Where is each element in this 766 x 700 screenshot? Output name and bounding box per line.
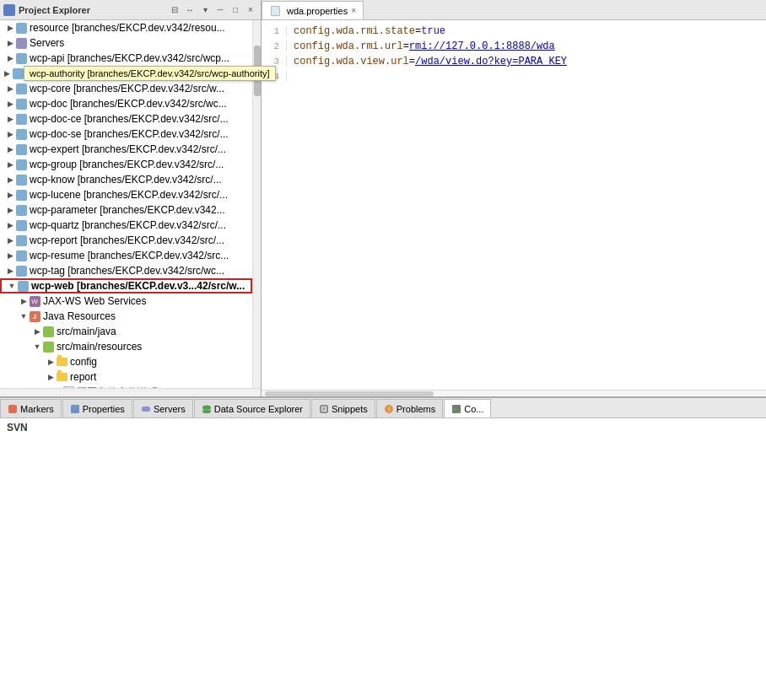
- toggle-wcp-web[interactable]: ▼: [7, 281, 17, 291]
- tab-snippets[interactable]: Snippets: [311, 399, 375, 417]
- editor-horizontal-scrollbar[interactable]: [262, 390, 766, 396]
- icon-wcp-expert: [15, 143, 27, 155]
- toggle-report[interactable]: ▶: [46, 372, 56, 382]
- tree-item-wcp-web[interactable]: ▼ wcp-web [branches/EKCP.dev.v3...42/src…: [0, 278, 252, 293]
- toggle-wcp-report[interactable]: ▶: [5, 235, 15, 245]
- icon-wcp-core: [15, 83, 27, 94]
- tree-item-wcp-doc-ce[interactable]: ▶ wcp-doc-ce [branches/EKCP.dev.v342/src…: [0, 111, 252, 127]
- tree-item-src-main-java[interactable]: ▶ src/main/java: [0, 324, 252, 339]
- close-panel-button[interactable]: ×: [244, 3, 257, 17]
- panel-title-label: Project Explorer: [19, 5, 90, 15]
- collapse-all-button[interactable]: ⊟: [168, 3, 181, 17]
- top-area: Project Explorer ⊟ ↔ ▾ ─ □ × ▶: [0, 0, 766, 396]
- bottom-tabs: Markers Properties Servers: [0, 398, 766, 418]
- tab-data-source[interactable]: Data Source Explorer: [194, 399, 310, 417]
- toggle-config[interactable]: ▶: [46, 357, 56, 367]
- icon-jax-ws: W: [29, 295, 40, 307]
- editor-scrollbar-thumb[interactable]: [265, 391, 434, 396]
- icon-wcp-know: [15, 174, 27, 186]
- tree-item-wcp-resume[interactable]: ▶ wcp-resume [branches/EKCP.dev.v342/src…: [0, 248, 252, 263]
- console-icon: >_: [451, 404, 461, 414]
- tree-item-wcp-group[interactable]: ▶ wcp-group [branches/EKCP.dev.v342/src/…: [0, 157, 252, 172]
- toggle-wcp-tag[interactable]: ▶: [5, 266, 15, 276]
- icon-report: [56, 371, 67, 383]
- tree-item-config[interactable]: ▶ config: [0, 354, 252, 369]
- tree-item-servers[interactable]: ▶ Servers: [0, 35, 252, 51]
- toggle-wcp-resume[interactable]: ▶: [5, 250, 15, 261]
- editor-tab-wda-properties[interactable]: wda.properties ×: [262, 1, 364, 19]
- tree-item-wcp-doc-se[interactable]: ▶ wcp-doc-se [branches/EKCP.dev.v342/src…: [0, 127, 252, 142]
- toggle-resource[interactable]: ▶: [5, 23, 15, 33]
- toggle-wcp-lucene[interactable]: ▶: [5, 190, 15, 200]
- properties-icon: [70, 404, 80, 414]
- toggle-wcp-api[interactable]: ▶: [5, 53, 15, 63]
- markers-icon: [8, 404, 18, 414]
- tab-properties[interactable]: Properties: [62, 399, 132, 417]
- view-menu-button[interactable]: ▾: [198, 3, 212, 17]
- icon-java-resources: J: [29, 310, 40, 322]
- link-with-editor-button[interactable]: ↔: [183, 3, 197, 17]
- tab-servers[interactable]: Servers: [133, 399, 193, 417]
- tree-item-src-main-resources[interactable]: ▼ src/main/resources: [0, 339, 252, 354]
- toggle-wcp-authority[interactable]: ▶: [2, 68, 12, 78]
- bottom-content: SVN: [0, 418, 766, 700]
- icon-wcp-lucene: [15, 189, 27, 201]
- tab-markers[interactable]: Markers: [0, 399, 62, 417]
- icon-src-main-java: [42, 326, 54, 337]
- icon-src-main-resources: [42, 341, 54, 353]
- toggle-src-main-java[interactable]: ▶: [32, 326, 42, 337]
- code-line-4: 4: [262, 69, 766, 84]
- tab-close-button[interactable]: ×: [351, 6, 356, 15]
- toggle-wcp-doc-ce[interactable]: ▶: [5, 114, 15, 124]
- toggle-wcp-group[interactable]: ▶: [5, 159, 15, 170]
- svg-point-5: [202, 410, 211, 413]
- icon-wcp-quartz: [15, 219, 27, 231]
- project-explorer-icon: [3, 4, 15, 16]
- toggle-wcp-know[interactable]: ▶: [5, 175, 15, 185]
- maximize-button[interactable]: □: [229, 3, 242, 17]
- toggle-jax-ws[interactable]: ▶: [19, 296, 29, 306]
- tree-item-resource[interactable]: ▶ resource [branches/EKCP.dev.v342/resou…: [0, 20, 252, 35]
- icon-wcp-report: [15, 234, 27, 246]
- tree-item-wcp-parameter[interactable]: ▶ wcp-parameter [branches/EKCP.dev.v342.…: [0, 202, 252, 218]
- panel-title: Project Explorer: [3, 4, 90, 16]
- tree-item-jax-ws[interactable]: ▶ W JAX-WS Web Services: [0, 293, 252, 309]
- toggle-wcp-quartz[interactable]: ▶: [5, 220, 15, 230]
- tab-problems[interactable]: ! Problems: [376, 399, 443, 417]
- toggle-wcp-core[interactable]: ▶: [5, 83, 15, 94]
- tooltip-wcp-authority: wcp-authority [branches/EKCP.dev.v342/sr…: [24, 66, 276, 81]
- tab-data-source-label: Data Source Explorer: [214, 404, 303, 414]
- tree-item-report[interactable]: ▶ report: [0, 369, 252, 385]
- tree-item-wcp-doc[interactable]: ▶ wcp-doc [branches/EKCP.dev.v342/src/wc…: [0, 96, 252, 111]
- tab-snippets-label: Snippets: [332, 404, 368, 414]
- tree-item-wcp-core[interactable]: ▶ wcp-core [branches/EKCP.dev.v342/src/w…: [0, 81, 252, 96]
- tree-item-wcp-know[interactable]: ▶ wcp-know [branches/EKCP.dev.v342/src/.…: [0, 172, 252, 187]
- tree-item-wcp-quartz[interactable]: ▶ wcp-quartz [branches/EKCP.dev.v342/src…: [0, 218, 252, 233]
- toggle-wcp-parameter[interactable]: ▶: [5, 205, 15, 215]
- toggle-src-main-resources[interactable]: ▼: [32, 342, 42, 352]
- tree-item-wcp-api[interactable]: ▶ wcp-api [branches/EKCP.dev.v342/src/wc…: [0, 51, 252, 66]
- right-panel: wda.properties × 1 config.wda.rmi.state=…: [262, 0, 766, 396]
- tree-item-wcp-expert[interactable]: ▶ wcp-expert [branches/EKCP.dev.v342/src…: [0, 142, 252, 157]
- icon-wcp-tag: [15, 265, 27, 277]
- tab-file-icon: [269, 5, 281, 17]
- tree-horizontal-scrollbar[interactable]: [0, 388, 261, 396]
- tree-item-java-resources[interactable]: ▼ J Java Resources: [0, 309, 252, 324]
- svg-text:!: !: [388, 406, 390, 413]
- tree-item-wcp-report[interactable]: ▶ wcp-report [branches/EKCP.dev.v342/src…: [0, 233, 252, 248]
- toggle-wcp-expert[interactable]: ▶: [5, 144, 15, 154]
- tree-item-wcp-lucene[interactable]: ▶ wcp-lucene [branches/EKCP.dev.v342/src…: [0, 187, 252, 202]
- code-text-3: config.wda.view.url=/wda/view.do?key=PAR…: [294, 56, 567, 67]
- icon-wcp-doc-ce: [15, 113, 27, 125]
- tab-console[interactable]: >_ Co...: [444, 399, 491, 417]
- minimize-button[interactable]: ─: [213, 3, 227, 17]
- tree-item-wcp-tag[interactable]: ▶ wcp-tag [branches/EKCP.dev.v342/src/wc…: [0, 263, 252, 278]
- editor-content[interactable]: 1 config.wda.rmi.state=true 2 config.wda…: [262, 20, 766, 390]
- toggle-wcp-doc[interactable]: ▶: [5, 99, 15, 109]
- svg-rect-2: [142, 407, 150, 412]
- tab-label: wda.properties: [287, 6, 348, 16]
- toggle-java-resources[interactable]: ▼: [19, 311, 29, 321]
- toggle-servers[interactable]: ▶: [5, 38, 15, 48]
- toggle-wcp-doc-se[interactable]: ▶: [5, 129, 15, 139]
- code-text-1: config.wda.rmi.state=true: [294, 25, 445, 37]
